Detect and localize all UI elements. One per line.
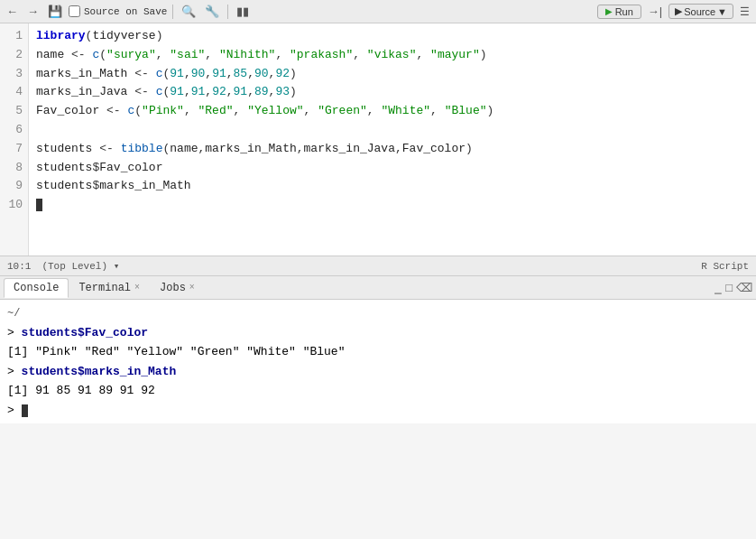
- console-minimize-button[interactable]: ⎯: [715, 281, 722, 294]
- console-toolbar-right: ⎯ □ ⌫: [715, 281, 752, 294]
- line-number: 7: [5, 140, 23, 159]
- source-arrow-icon: ▶: [675, 5, 682, 17]
- script-type-label: R Script: [701, 261, 749, 272]
- console-command-2: > students$marks_in_Math: [7, 362, 749, 381]
- line-number: 6: [5, 121, 23, 140]
- tab-jobs-close[interactable]: ×: [189, 283, 195, 293]
- toolbar-separator: [172, 5, 173, 19]
- tools-button[interactable]: 🔧: [202, 4, 222, 19]
- line-number: 5: [5, 102, 23, 121]
- source-on-save-label: Source on Save: [84, 6, 167, 17]
- line-number: 2: [5, 46, 23, 65]
- toolbar-separator-2: [227, 5, 228, 19]
- run-play-icon: ▶: [605, 6, 613, 16]
- tab-console[interactable]: Console: [4, 278, 69, 298]
- console-cmd-2: students$marks_in_Math: [22, 365, 177, 378]
- tab-terminal[interactable]: Terminal ×: [69, 278, 150, 298]
- scope-label: (Top Level) ▾: [41, 260, 119, 272]
- status-bar: 10:1 (Top Level) ▾ R Script: [0, 256, 756, 276]
- undo-button[interactable]: ←: [4, 4, 21, 19]
- console-prompt-2: >: [7, 365, 22, 378]
- run-label: Run: [615, 6, 633, 17]
- console-output-text-1: [1] "Pink" "Red" "Yellow" "Green" "White…: [7, 345, 345, 358]
- save-button[interactable]: 💾: [45, 4, 65, 19]
- line-number: 9: [5, 177, 23, 196]
- console-output-1: [1] "Pink" "Red" "Yellow" "Green" "White…: [7, 342, 749, 361]
- tab-jobs-label: Jobs: [160, 282, 186, 294]
- console-final-prompt: >: [7, 404, 22, 417]
- console-maximize-button[interactable]: □: [725, 281, 733, 294]
- cursor-position: 10:1: [7, 261, 31, 272]
- rerun-button[interactable]: →|: [645, 4, 665, 19]
- source-on-save-checkbox[interactable]: [69, 5, 80, 17]
- code-area[interactable]: library(tidyverse) name <- c("surya", "s…: [29, 23, 756, 256]
- line-number: 10: [5, 196, 23, 215]
- console-tab-bar: Console Terminal × Jobs × ⎯ □ ⌫: [0, 276, 756, 300]
- line-number: 3: [5, 65, 23, 84]
- code-editor: 1 2 3 4 5 6 7 8 9 10 library(tidyverse) …: [0, 23, 756, 256]
- console-output[interactable]: ~/ > students$Fav_color [1] "Pink" "Red"…: [0, 300, 756, 423]
- console-output-text-2: [1] 91 85 91 89 91 92: [7, 384, 155, 397]
- console-area: Console Terminal × Jobs × ⎯ □ ⌫ ~/ > stu…: [0, 276, 756, 423]
- tab-terminal-label: Terminal: [78, 282, 131, 294]
- layout-button[interactable]: ▮▮: [234, 4, 252, 19]
- console-final-prompt-line: >: [7, 401, 749, 420]
- console-prompt-1: >: [7, 326, 22, 339]
- line-numbers: 1 2 3 4 5 6 7 8 9 10: [0, 23, 29, 256]
- search-button[interactable]: 🔍: [179, 4, 198, 19]
- tab-terminal-close[interactable]: ×: [134, 283, 140, 293]
- editor-toolbar: ← → 💾 Source on Save 🔍 🔧 ▮▮ ▶ Run →| ▶ S…: [0, 0, 756, 23]
- source-dropdown-icon: ▼: [717, 6, 727, 17]
- console-path-line: ~/: [7, 303, 749, 323]
- console-cursor: [22, 404, 28, 417]
- redo-button[interactable]: →: [24, 4, 41, 19]
- run-button[interactable]: ▶ Run: [597, 5, 641, 19]
- console-command-1: > students$Fav_color: [7, 323, 749, 342]
- tab-jobs[interactable]: Jobs ×: [150, 278, 205, 298]
- console-output-2: [1] 91 85 91 89 91 92: [7, 381, 749, 400]
- tab-console-label: Console: [14, 282, 59, 294]
- line-number: 1: [5, 27, 23, 46]
- source-label: Source: [684, 6, 715, 17]
- console-clear-button[interactable]: ⌫: [736, 281, 752, 294]
- line-number: 4: [5, 83, 23, 102]
- source-button[interactable]: ▶ Source ▼: [668, 4, 733, 19]
- line-number: 8: [5, 159, 23, 178]
- console-cmd-1: students$Fav_color: [22, 326, 148, 339]
- menu-button[interactable]: ☰: [737, 5, 752, 19]
- console-path-text: ~/: [7, 307, 20, 320]
